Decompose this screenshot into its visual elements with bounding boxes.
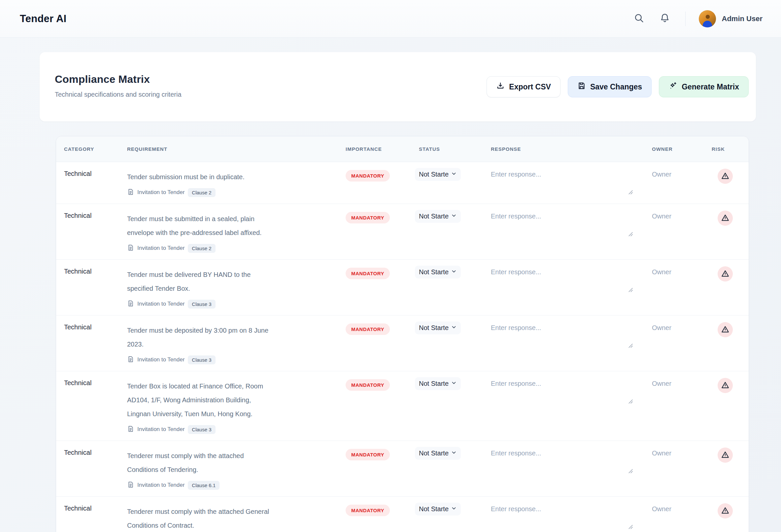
resize-handle-icon[interactable] <box>628 399 633 405</box>
category-cell: Technical <box>56 204 127 259</box>
status-select-value: Not Starte <box>419 268 449 276</box>
response-textarea[interactable] <box>491 504 631 526</box>
table-row: Technical Tenderer must comply with the … <box>56 497 749 532</box>
requirement-cell: Tender must be deposited by 3:00 pm on 8… <box>127 316 345 371</box>
status-select[interactable]: Not Starte <box>415 447 461 460</box>
status-select[interactable]: Not Starte <box>415 377 461 390</box>
file-text-icon <box>127 356 134 364</box>
owner-input[interactable] <box>652 268 705 277</box>
requirement-cell: Tender must be submitted in a sealed, pl… <box>127 204 345 259</box>
user-menu[interactable]: Admin User <box>699 10 763 28</box>
chevron-down-icon <box>451 212 457 220</box>
risk-button[interactable] <box>717 322 733 337</box>
response-cell <box>491 260 652 315</box>
resize-handle-icon[interactable] <box>628 287 633 293</box>
category-text: Technical <box>64 212 91 219</box>
risk-button[interactable] <box>717 503 733 519</box>
generate-matrix-button[interactable]: Generate Matrix <box>659 76 749 97</box>
status-cell: Not Starte <box>419 204 491 259</box>
column-header-status: Status <box>419 146 491 152</box>
category-cell: Technical <box>56 497 127 532</box>
owner-input[interactable] <box>652 170 705 179</box>
owner-cell <box>652 204 712 259</box>
chevron-down-icon <box>451 268 457 276</box>
table-header-row: CategoryRequirementImportanceStatusRespo… <box>56 136 749 162</box>
notifications-button[interactable] <box>658 11 672 26</box>
response-cell <box>491 162 652 204</box>
response-textarea[interactable] <box>491 170 631 191</box>
requirement-text: Tender must be submitted in a sealed, pl… <box>127 212 274 240</box>
risk-cell <box>712 371 748 441</box>
requirement-text: Tender Box is located at Finance Office,… <box>127 379 274 421</box>
requirement-text: Tenderer must comply with the attached G… <box>127 504 274 532</box>
resize-handle-icon[interactable] <box>628 190 633 196</box>
status-select[interactable]: Not Starte <box>415 210 461 223</box>
resize-handle-icon[interactable] <box>628 343 633 349</box>
category-cell: Technical <box>56 162 127 204</box>
clause-chip: Clause 3 <box>188 425 215 434</box>
importance-cell: MANDATORY <box>345 162 419 204</box>
risk-button[interactable] <box>717 448 733 463</box>
risk-button[interactable] <box>717 169 733 184</box>
nav-divider <box>685 11 686 26</box>
owner-input[interactable] <box>652 449 705 458</box>
search-button[interactable] <box>632 11 646 26</box>
owner-cell <box>652 441 712 496</box>
category-cell: Technical <box>56 316 127 371</box>
importance-cell: MANDATORY <box>345 497 419 532</box>
owner-cell <box>652 497 712 532</box>
source-label: Invitation to Tender <box>137 426 184 433</box>
importance-cell: MANDATORY <box>345 260 419 315</box>
owner-input[interactable] <box>652 212 705 221</box>
risk-cell <box>712 204 748 259</box>
owner-input[interactable] <box>652 379 705 388</box>
file-text-icon <box>127 244 134 252</box>
status-select[interactable]: Not Starte <box>415 503 461 516</box>
requirement-meta: Invitation to Tender Clause 2 <box>127 243 332 253</box>
status-cell: Not Starte <box>419 497 491 532</box>
clause-chip: Clause 2 <box>188 188 215 197</box>
resize-handle-icon[interactable] <box>628 231 633 238</box>
table-row: Technical Tender submission must be in d… <box>56 162 749 204</box>
status-select[interactable]: Not Starte <box>415 266 461 279</box>
status-cell: Not Starte <box>419 162 491 204</box>
source-label: Invitation to Tender <box>137 245 184 251</box>
requirement-meta: Invitation to Tender Clause 2 <box>127 187 332 198</box>
owner-cell <box>652 371 712 441</box>
status-cell: Not Starte <box>419 441 491 496</box>
chevron-down-icon <box>451 505 457 513</box>
response-textarea[interactable] <box>491 212 631 233</box>
column-header-requirement: Requirement <box>127 146 345 152</box>
status-select[interactable]: Not Starte <box>415 321 461 334</box>
export-csv-button[interactable]: Export CSV <box>487 76 561 97</box>
risk-button[interactable] <box>717 266 733 282</box>
status-cell: Not Starte <box>419 260 491 315</box>
risk-button[interactable] <box>717 211 733 226</box>
owner-input[interactable] <box>652 323 705 332</box>
owner-cell <box>652 260 712 315</box>
risk-cell <box>712 497 748 532</box>
save-changes-button[interactable]: Save Changes <box>568 76 652 97</box>
owner-input[interactable] <box>652 504 705 514</box>
status-select[interactable]: Not Starte <box>415 168 461 181</box>
table-row: Technical Tenderer must comply with the … <box>56 441 749 497</box>
importance-badge: MANDATORY <box>345 379 390 391</box>
response-textarea[interactable] <box>491 323 631 344</box>
clause-chip: Clause 3 <box>188 356 215 364</box>
resize-handle-icon[interactable] <box>628 524 633 530</box>
requirement-text: Tender submission must be in duplicate. <box>127 170 274 184</box>
column-header-owner: Owner <box>652 146 712 152</box>
risk-cell <box>712 441 748 496</box>
response-textarea[interactable] <box>491 449 631 470</box>
category-text: Technical <box>64 170 91 177</box>
requirement-text: Tenderer must comply with the attached C… <box>127 449 274 477</box>
response-textarea[interactable] <box>491 268 631 289</box>
resize-handle-icon[interactable] <box>628 468 633 475</box>
file-text-icon <box>127 300 134 308</box>
response-textarea[interactable] <box>491 379 631 400</box>
requirement-text: Tender must be delivered BY HAND to the … <box>127 268 274 295</box>
requirement-cell: Tenderer must comply with the attached G… <box>127 497 345 532</box>
status-select-value: Not Starte <box>419 380 449 387</box>
risk-button[interactable] <box>717 378 733 393</box>
warning-triangle-icon <box>721 269 730 279</box>
